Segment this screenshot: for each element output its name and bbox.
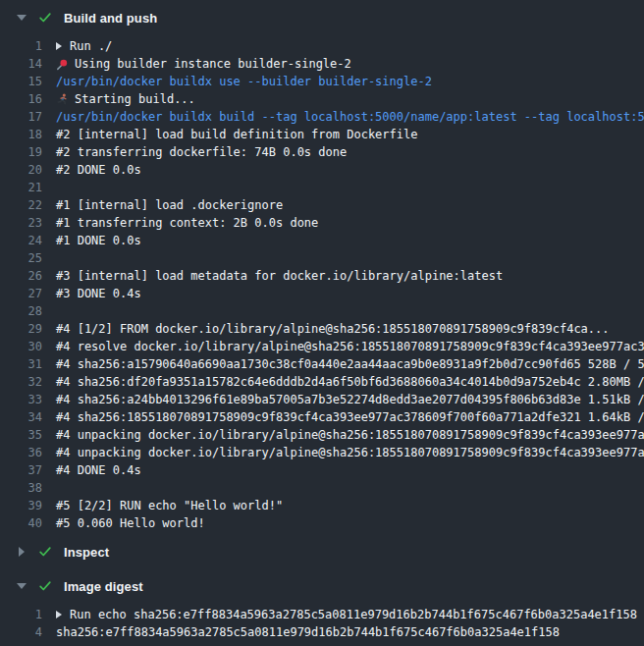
line-text: #4 unpacking docker.io/library/alpine@sh… bbox=[56, 444, 644, 461]
log-line: 22 #1 [internal] load .dockerignore bbox=[0, 196, 644, 214]
section-title: Inspect bbox=[64, 545, 109, 560]
line-text: #4 sha256:a15790640a6690aa1730c38cf0a440… bbox=[56, 355, 644, 373]
line-text: #5 0.060 Hello world! bbox=[56, 514, 205, 532]
log-line: 33 #4 sha256:a24bb4013296f61e89ba57005a7… bbox=[0, 391, 644, 408]
line-text: sha256:e7ff8834a5963a2785c5a0811e979d16b… bbox=[56, 623, 560, 641]
line-content: #4 unpacking docker.io/library/alpine@sh… bbox=[42, 426, 644, 444]
log-line: 23 #1 transferring context: 2B 0.0s done bbox=[0, 214, 644, 232]
line-number[interactable]: 14 bbox=[0, 55, 42, 73]
line-number[interactable]: 35 bbox=[0, 426, 42, 444]
chevron-down-icon bbox=[17, 583, 27, 589]
line-number[interactable]: 31 bbox=[0, 355, 42, 373]
log-line: 30 #4 resolve docker.io/library/alpine@s… bbox=[0, 338, 644, 355]
log-line: 1 Run ./ bbox=[0, 37, 644, 55]
line-number[interactable]: 37 bbox=[0, 461, 42, 479]
run-expander-icon[interactable] bbox=[56, 611, 62, 619]
section-toggle bbox=[17, 15, 27, 21]
line-content: #4 [1/2] FROM docker.io/library/alpine@s… bbox=[42, 320, 644, 338]
chevron-down-icon bbox=[17, 15, 27, 21]
success-check-icon bbox=[38, 545, 52, 559]
log-line: 25 bbox=[0, 249, 644, 267]
line-number[interactable]: 19 bbox=[0, 143, 42, 161]
line-number[interactable]: 23 bbox=[0, 214, 42, 232]
line-content: #1 [internal] load .dockerignore bbox=[42, 196, 644, 214]
line-number[interactable]: 4 bbox=[0, 623, 42, 641]
line-content: #1 DONE 0.0s bbox=[42, 232, 644, 249]
line-content: #4 DONE 0.4s bbox=[42, 461, 644, 479]
line-text: #2 transferring dockerfile: 74B 0.0s don… bbox=[56, 143, 347, 161]
line-number[interactable]: 28 bbox=[0, 302, 42, 320]
line-text: #4 sha256:a24bb4013296f61e89ba57005a7b3e… bbox=[56, 391, 644, 408]
line-content: #4 sha256:a24bb4013296f61e89ba57005a7b3e… bbox=[42, 391, 644, 408]
log-section: Inspect bbox=[0, 538, 644, 565]
line-content: #4 sha256:df20fa9351a15782c64e6dddb2d4a6… bbox=[42, 373, 644, 391]
section-header[interactable]: Inspect bbox=[0, 538, 644, 565]
log-line: 40 #5 0.060 Hello world! bbox=[0, 514, 644, 532]
line-text: #3 DONE 0.4s bbox=[56, 285, 141, 302]
line-number[interactable]: 30 bbox=[0, 338, 42, 355]
line-number[interactable]: 16 bbox=[0, 90, 42, 108]
line-text: #4 unpacking docker.io/library/alpine@sh… bbox=[56, 426, 644, 444]
runner-icon bbox=[56, 93, 69, 106]
line-text: /usr/bin/docker buildx build --tag local… bbox=[56, 108, 644, 126]
log-line: 35 #4 unpacking docker.io/library/alpine… bbox=[0, 426, 644, 444]
line-number[interactable]: 17 bbox=[0, 108, 42, 126]
log-line: 14 Using builder instance builder-single… bbox=[0, 55, 644, 73]
line-text: #4 resolve docker.io/library/alpine@sha2… bbox=[56, 338, 644, 355]
pushpin-icon bbox=[56, 58, 69, 71]
log-line: 36 #4 unpacking docker.io/library/alpine… bbox=[0, 444, 644, 461]
line-content: #3 DONE 0.4s bbox=[42, 285, 644, 302]
success-check-icon bbox=[38, 11, 52, 25]
run-expander-icon[interactable] bbox=[56, 42, 62, 50]
line-text: /usr/bin/docker buildx use --builder bui… bbox=[56, 73, 432, 90]
log-line: 27 #3 DONE 0.4s bbox=[0, 285, 644, 302]
line-text: #5 [2/2] RUN echo "Hello world!" bbox=[56, 497, 283, 514]
log-section: Build and push 1 Run ./ bbox=[0, 4, 644, 538]
line-number[interactable]: 29 bbox=[0, 320, 42, 338]
section-header[interactable]: Build and push bbox=[0, 4, 644, 31]
line-number[interactable]: 38 bbox=[0, 479, 42, 497]
line-text: #1 transferring context: 2B 0.0s done bbox=[56, 214, 318, 232]
line-number[interactable]: 15 bbox=[0, 73, 42, 90]
line-content: Run ./ bbox=[42, 37, 644, 55]
line-number[interactable]: 1 bbox=[0, 37, 42, 55]
line-text: #4 [1/2] FROM docker.io/library/alpine@s… bbox=[56, 320, 610, 338]
line-number[interactable]: 40 bbox=[0, 514, 42, 532]
line-content: #4 resolve docker.io/library/alpine@sha2… bbox=[42, 338, 644, 355]
log-line: 15 /usr/bin/docker buildx use --builder … bbox=[0, 73, 644, 90]
line-number[interactable]: 18 bbox=[0, 126, 42, 143]
section-header[interactable]: Image digest bbox=[0, 572, 644, 600]
line-number[interactable]: 25 bbox=[0, 249, 42, 267]
line-number[interactable]: 20 bbox=[0, 161, 42, 179]
line-content: #4 sha256:185518070891758909c9f839cf4ca3… bbox=[42, 408, 644, 426]
line-number[interactable]: 33 bbox=[0, 391, 42, 408]
line-number[interactable]: 32 bbox=[0, 373, 42, 391]
section-title: Image digest bbox=[64, 579, 143, 594]
success-check-icon bbox=[38, 579, 52, 593]
line-number[interactable]: 1 bbox=[0, 606, 42, 623]
chevron-right-icon bbox=[19, 547, 25, 557]
log-line: 31 #4 sha256:a15790640a6690aa1730c38cf0a… bbox=[0, 355, 644, 373]
line-text: #1 [internal] load .dockerignore bbox=[56, 196, 283, 214]
line-number[interactable]: 34 bbox=[0, 408, 42, 426]
line-content: /usr/bin/docker buildx use --builder bui… bbox=[42, 73, 644, 90]
section-toggle bbox=[17, 547, 27, 557]
line-number[interactable]: 24 bbox=[0, 232, 42, 249]
line-number[interactable]: 39 bbox=[0, 497, 42, 514]
section-title: Build and push bbox=[64, 11, 157, 26]
line-number[interactable]: 27 bbox=[0, 285, 42, 302]
log-line: 24 #1 DONE 0.0s bbox=[0, 232, 644, 249]
line-number[interactable]: 22 bbox=[0, 196, 42, 214]
log-line: 1 Run echo sha256:e7ff8834a5963a2785c5a0… bbox=[0, 606, 644, 623]
log-line: 19 #2 transferring dockerfile: 74B 0.0s … bbox=[0, 143, 644, 161]
line-text: #3 [internal] load metadata for docker.i… bbox=[56, 267, 503, 285]
log-line: 26 #3 [internal] load metadata for docke… bbox=[0, 267, 644, 285]
line-content: #2 [internal] load build definition from… bbox=[42, 126, 644, 143]
log-viewer: Build and push 1 Run ./ bbox=[0, 0, 644, 646]
line-number[interactable]: 21 bbox=[0, 179, 42, 196]
line-number[interactable]: 36 bbox=[0, 444, 42, 461]
line-number[interactable]: 26 bbox=[0, 267, 42, 285]
line-text: Run ./ bbox=[70, 37, 112, 55]
line-content: #2 transferring dockerfile: 74B 0.0s don… bbox=[42, 143, 644, 161]
line-text: #2 [internal] load build definition from… bbox=[56, 126, 417, 143]
